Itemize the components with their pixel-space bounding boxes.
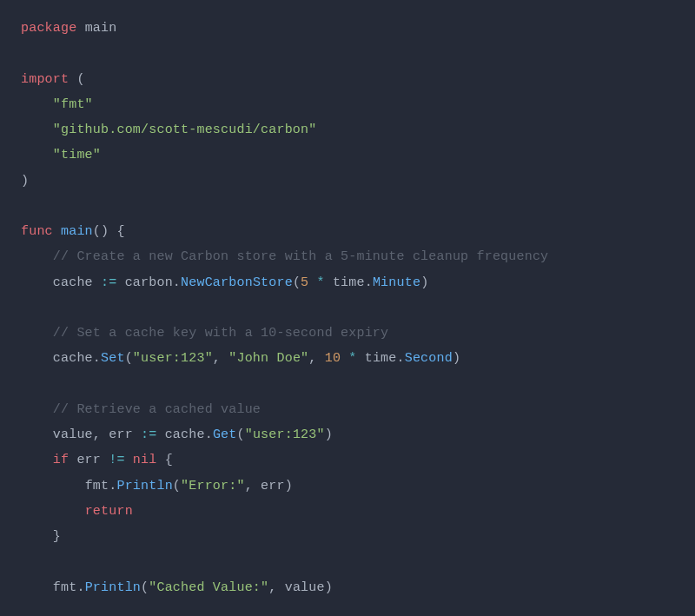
ident-time: time (333, 275, 365, 290)
string-johndoe: "John Doe" (228, 351, 308, 366)
ident-cache: cache (165, 427, 205, 442)
fn-second: Second (405, 351, 453, 366)
paren-close: ) (325, 427, 333, 442)
string-cached-value: "Cached Value:" (149, 580, 268, 595)
fn-println: Println (85, 580, 141, 595)
keyword-if: if (53, 453, 69, 467)
op-mul: * (348, 351, 356, 366)
op-assign: := (141, 427, 156, 442)
comma: , (93, 427, 101, 442)
string-fmt: "fmt" (53, 97, 93, 112)
ident-value: value (53, 427, 93, 442)
op-assign: := (101, 275, 116, 290)
comma: , (308, 351, 316, 366)
string-carbon: "github.com/scott-mescudi/carbon" (53, 123, 317, 137)
ident-value: value (285, 580, 325, 595)
keyword-nil: nil (133, 453, 157, 467)
fn-minute: Minute (373, 275, 420, 290)
paren-open: ( (141, 580, 149, 595)
paren-open: ( (173, 479, 181, 493)
ident-fmt: fmt (53, 580, 77, 595)
fn-set: Set (101, 351, 125, 366)
dot: . (205, 427, 213, 442)
dot: . (397, 351, 405, 366)
paren-close: ) (285, 479, 293, 493)
num-5: 5 (301, 275, 308, 290)
ident-cache: cache (53, 351, 93, 366)
dot: . (93, 351, 101, 366)
paren-close: ) (420, 275, 428, 290)
ident-err: err (109, 427, 133, 442)
fn-println: Println (116, 479, 172, 493)
paren-close: ) (453, 351, 460, 366)
ident-time: time (365, 351, 397, 366)
op-mul: * (317, 275, 325, 290)
paren-close: ) (325, 580, 333, 595)
ident-fmt: fmt (85, 479, 109, 493)
paren-open: ( (293, 275, 301, 290)
num-10: 10 (325, 351, 341, 366)
parens: () (93, 224, 109, 239)
paren-open: ( (125, 351, 133, 366)
keyword-func: func (21, 224, 53, 239)
comment: // Set a cache key with a 10-second expi… (53, 326, 388, 341)
keyword-package: package (21, 21, 76, 36)
brace-close: } (53, 529, 61, 544)
ident-carbon: carbon (125, 275, 173, 290)
paren-open: ( (76, 72, 84, 87)
ident-err: err (261, 479, 285, 493)
paren-close: ) (21, 174, 29, 189)
dot: . (76, 580, 84, 595)
string-error: "Error:" (181, 479, 245, 493)
comma: , (213, 351, 221, 366)
comma: , (268, 580, 276, 595)
keyword-return: return (85, 504, 133, 519)
op-ne: != (109, 453, 124, 467)
dot: . (173, 275, 181, 290)
fn-newcarbonstore: NewCarbonStore (181, 275, 293, 290)
paren-open: ( (236, 427, 244, 442)
string-user123: "user:123" (245, 427, 325, 442)
code-block: package main import ( "fmt" "github.com/… (0, 0, 695, 616)
comma: , (245, 479, 253, 493)
string-time: "time" (53, 148, 101, 162)
string-user123: "user:123" (133, 351, 213, 366)
ident-main: main (85, 21, 117, 36)
ident-cache: cache (53, 275, 93, 290)
comment: // Retrieve a cached value (53, 402, 261, 417)
keyword-import: import (21, 72, 69, 87)
func-main: main (61, 224, 93, 239)
dot: . (365, 275, 373, 290)
brace-open: { (165, 453, 173, 467)
ident-err: err (76, 453, 101, 467)
fn-get: Get (213, 427, 237, 442)
comment: // Create a new Carbon store with a 5-mi… (53, 249, 549, 264)
brace-open: { (116, 224, 124, 239)
